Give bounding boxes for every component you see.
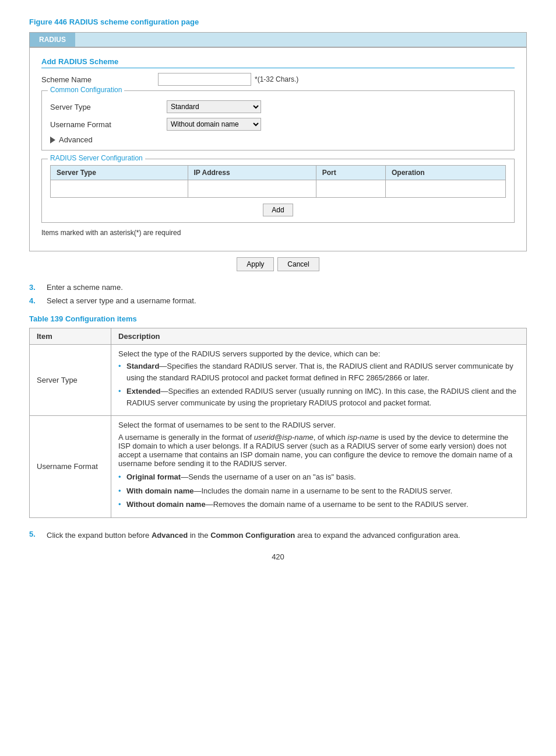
- empty-cell-1: [51, 180, 188, 198]
- table-row-server-type: Server Type Select the type of the RADIU…: [30, 345, 527, 416]
- items-note: Items marked with an asterisk(*) are req…: [41, 229, 515, 237]
- cancel-button[interactable]: Cancel: [277, 257, 319, 271]
- step-5: 5. Click the expand button before Advanc…: [29, 530, 527, 541]
- bullet-extended: Extended—Specifies an extended RADIUS se…: [118, 386, 519, 408]
- col-item: Item: [30, 328, 111, 345]
- server-type-label: Server Type: [50, 103, 167, 111]
- figure-title: Figure 446 RADIUS scheme configuration p…: [29, 18, 527, 26]
- step-3-text: Enter a scheme name.: [47, 283, 123, 292]
- desc-username-format: Select the format of usernames to be sen…: [111, 416, 527, 518]
- col-server-type: Server Type: [51, 166, 188, 180]
- scheme-name-hint: *(1-32 Chars.): [255, 75, 298, 83]
- config-items-table: Item Description Server Type Select the …: [29, 328, 527, 518]
- server-table-empty-row: [51, 180, 506, 198]
- config-table-header: Item Description: [30, 328, 527, 345]
- empty-cell-2: [188, 180, 316, 198]
- step-4-num: 4.: [29, 296, 43, 305]
- page-number: 420: [29, 552, 527, 561]
- step-3: 3. Enter a scheme name.: [29, 283, 527, 292]
- radius-tab[interactable]: RADIUS: [30, 33, 75, 47]
- bullet-original: Original format—Sends the username of a …: [118, 471, 519, 483]
- table-139-title: Table 139 Configuration items: [29, 314, 527, 323]
- server-table-header-row: Server Type IP Address Port Operation: [51, 166, 506, 180]
- empty-cell-3: [316, 180, 385, 198]
- username-format-para: A username is generally in the format of…: [118, 433, 519, 468]
- item-username-format: Username Format: [30, 416, 111, 518]
- username-format-intro: Select the format of usernames to be sen…: [118, 421, 519, 429]
- step-5-text: Click the expand button before Advanced …: [47, 530, 460, 541]
- step-5-num: 5.: [29, 530, 43, 538]
- add-button[interactable]: Add: [263, 204, 293, 216]
- username-format-row: Username Format Without domain name With…: [50, 118, 506, 131]
- step-4-text: Select a server type and a username form…: [47, 296, 196, 305]
- radius-server-box: RADIUS Server Configuration Server Type …: [41, 159, 515, 223]
- server-type-intro: Select the type of the RADIUS servers su…: [118, 349, 380, 358]
- bullet-with-domain: With domain name—Includes the domain nam…: [118, 485, 519, 497]
- username-format-select[interactable]: Without domain name With domain name Ori…: [167, 118, 261, 131]
- bullet-without-domain: Without domain name—Removes the domain n…: [118, 499, 519, 510]
- radius-server-legend: RADIUS Server Configuration: [48, 154, 145, 162]
- apply-button[interactable]: Apply: [237, 257, 274, 271]
- item-server-type: Server Type: [30, 345, 111, 416]
- step-3-num: 3.: [29, 283, 43, 292]
- form-container: Add RADIUS Scheme Scheme Name *(1-32 Cha…: [29, 47, 527, 251]
- col-ip-address: IP Address: [188, 166, 316, 180]
- username-format-label: Username Format: [50, 120, 167, 129]
- tab-bar: RADIUS: [29, 32, 527, 47]
- desc-server-type: Select the type of the RADIUS servers su…: [111, 345, 527, 416]
- action-buttons: Apply Cancel: [29, 257, 527, 271]
- common-config-box: Common Configuration Server Type Standar…: [41, 90, 515, 150]
- server-type-row: Server Type Standard Extended: [50, 100, 506, 113]
- server-config-table: Server Type IP Address Port Operation: [50, 165, 506, 198]
- common-config-inner: Server Type Standard Extended Username F…: [50, 100, 506, 144]
- expand-icon: [50, 136, 55, 144]
- col-port: Port: [316, 166, 385, 180]
- server-type-select[interactable]: Standard Extended: [167, 100, 261, 113]
- scheme-name-row: Scheme Name *(1-32 Chars.): [41, 73, 515, 86]
- col-description: Description: [111, 328, 527, 345]
- common-config-legend: Common Configuration: [48, 86, 124, 94]
- add-btn-container: Add: [50, 204, 506, 216]
- step-4: 4. Select a server type and a username f…: [29, 296, 527, 305]
- empty-cell-4: [386, 180, 506, 198]
- bullet-standard: Standard—Specifies the standard RADIUS s…: [118, 360, 519, 383]
- add-radius-scheme-title: Add RADIUS Scheme: [41, 57, 515, 68]
- advanced-row[interactable]: Advanced: [50, 135, 506, 144]
- step-list: 3. Enter a scheme name. 4. Select a serv…: [29, 283, 527, 305]
- username-format-bullets: Original format—Sends the username of a …: [118, 471, 519, 510]
- server-type-bullets: Standard—Specifies the standard RADIUS s…: [118, 360, 519, 408]
- col-operation: Operation: [386, 166, 506, 180]
- table-row-username-format: Username Format Select the format of use…: [30, 416, 527, 518]
- scheme-name-label: Scheme Name: [41, 75, 158, 84]
- advanced-label: Advanced: [59, 135, 93, 144]
- scheme-name-input[interactable]: [158, 73, 251, 86]
